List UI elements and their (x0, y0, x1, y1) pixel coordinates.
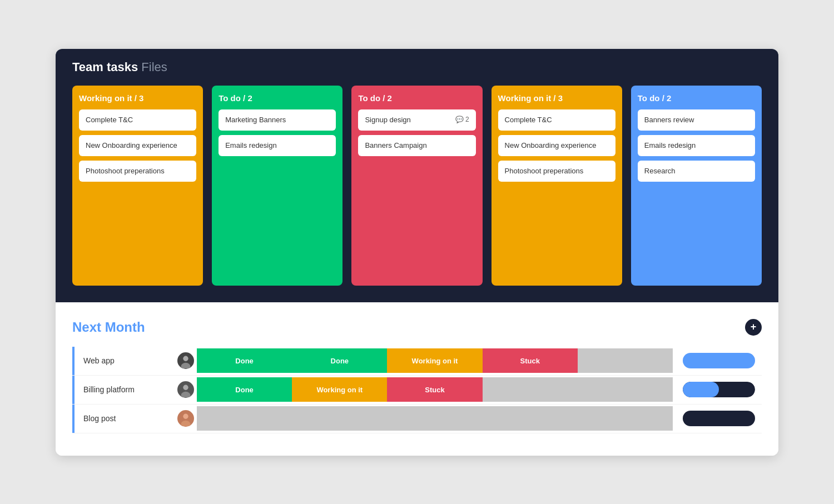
status-cell[interactable] (483, 377, 578, 402)
progress-bar (683, 411, 755, 426)
table-row: Blog post (72, 405, 762, 433)
card-text: New Onboarding experience (505, 141, 597, 151)
kanban-card[interactable]: Emails redesign (219, 135, 336, 156)
kanban-column-5: To do / 2Banners reviewEmails redesignRe… (631, 86, 762, 286)
card-badge: 💬 2 (455, 115, 469, 124)
card-text: Complete T&C (505, 115, 552, 125)
status-cell[interactable] (387, 406, 482, 431)
card-text: Marketing Banners (225, 115, 286, 125)
progress-bar (683, 353, 755, 368)
status-cells: DoneDoneWorking on itStuck (197, 348, 673, 373)
kanban-card[interactable]: Research (638, 161, 755, 182)
kanban-card[interactable]: Emails redesign (638, 135, 755, 156)
kanban-column-2: To do / 2Marketing BannersEmails redesig… (212, 86, 342, 286)
kanban-card[interactable]: Photoshoot preperations (79, 161, 196, 182)
tasks-table: Web app DoneDoneWorking on itStuckBillin… (72, 347, 762, 433)
kanban-column-4: Working on it / 3Complete T&CNew Onboard… (492, 86, 622, 286)
column-header-3: To do / 2 (358, 93, 475, 103)
svg-point-1 (183, 356, 188, 361)
row-progress (673, 382, 762, 397)
status-cell[interactable] (578, 377, 673, 402)
kanban-card[interactable]: Signup design💬 2 (358, 109, 475, 131)
status-cells: DoneWorking on itStuck (197, 377, 673, 402)
status-cell[interactable]: Done (292, 348, 387, 373)
status-cells (197, 406, 673, 431)
status-cell[interactable] (483, 406, 578, 431)
status-cell[interactable]: Done (197, 377, 292, 402)
top-section: Team tasks Files Working on it / 3Comple… (56, 49, 778, 302)
kanban-column-3: To do / 2Signup design💬 2Banners Campaig… (351, 86, 482, 286)
status-cell[interactable] (578, 406, 673, 431)
avatar (175, 410, 197, 427)
kanban-card[interactable]: New Onboarding experience (79, 135, 196, 156)
kanban-card[interactable]: Photoshoot preperations (498, 161, 615, 182)
status-cell[interactable]: Working on it (387, 348, 482, 373)
section-title: Next Month + (72, 319, 762, 336)
card-text: Complete T&C (86, 115, 133, 125)
kanban-card[interactable]: Complete T&C (79, 109, 196, 131)
column-header-2: To do / 2 (219, 93, 336, 103)
kanban-card[interactable]: New Onboarding experience (498, 135, 615, 156)
column-header-5: To do / 2 (638, 93, 755, 103)
card-text: Signup design (365, 115, 410, 125)
card-text: Photoshoot preperations (505, 166, 584, 176)
progress-bar (683, 382, 755, 397)
card-text: New Onboarding experience (86, 141, 177, 151)
next-month-title: Next Month (72, 320, 145, 335)
kanban-column-1: Working on it / 3Complete T&CNew Onboard… (72, 86, 203, 286)
kanban-card[interactable]: Banners review (638, 109, 755, 131)
kanban-card[interactable]: Banners Campaign (358, 135, 475, 156)
card-text: Photoshoot preperations (86, 166, 165, 176)
column-header-4: Working on it / 3 (498, 93, 615, 103)
row-name: Web app (75, 356, 175, 365)
status-cell[interactable] (578, 348, 673, 373)
page-title: Team tasks Files (72, 60, 762, 74)
status-cell[interactable]: Stuck (387, 377, 482, 402)
status-cell[interactable]: Done (197, 348, 292, 373)
main-container: Team tasks Files Working on it / 3Comple… (56, 49, 778, 456)
row-progress (673, 411, 762, 426)
card-text: Banners Campaign (365, 141, 426, 151)
card-text: Emails redesign (644, 141, 696, 151)
card-text: Emails redesign (225, 141, 277, 151)
status-cell[interactable]: Working on it (292, 377, 387, 402)
card-text: Research (644, 166, 676, 176)
add-section-button[interactable]: + (745, 319, 762, 336)
kanban-card[interactable]: Complete T&C (498, 109, 615, 131)
kanban-card[interactable]: Marketing Banners (219, 109, 336, 131)
row-progress (673, 353, 762, 368)
status-cell[interactable] (197, 406, 292, 431)
svg-point-7 (183, 414, 188, 419)
table-row: Billing platform DoneWorking on itStuck (72, 376, 762, 405)
row-name: Billing platform (75, 385, 175, 394)
column-header-1: Working on it / 3 (79, 93, 196, 103)
row-name: Blog post (75, 414, 175, 423)
table-row: Web app DoneDoneWorking on itStuck (72, 347, 762, 376)
status-cell[interactable]: Stuck (483, 348, 578, 373)
svg-point-4 (183, 385, 188, 390)
kanban-board: Working on it / 3Complete T&CNew Onboard… (72, 86, 762, 286)
avatar (175, 352, 197, 369)
status-cell[interactable] (292, 406, 387, 431)
page-title-text: Team tasks (72, 60, 138, 74)
files-label: Files (138, 60, 167, 74)
avatar (175, 381, 197, 398)
card-text: Banners review (644, 115, 694, 125)
bottom-section: Next Month + Web app DoneDoneWorking on … (56, 302, 778, 456)
